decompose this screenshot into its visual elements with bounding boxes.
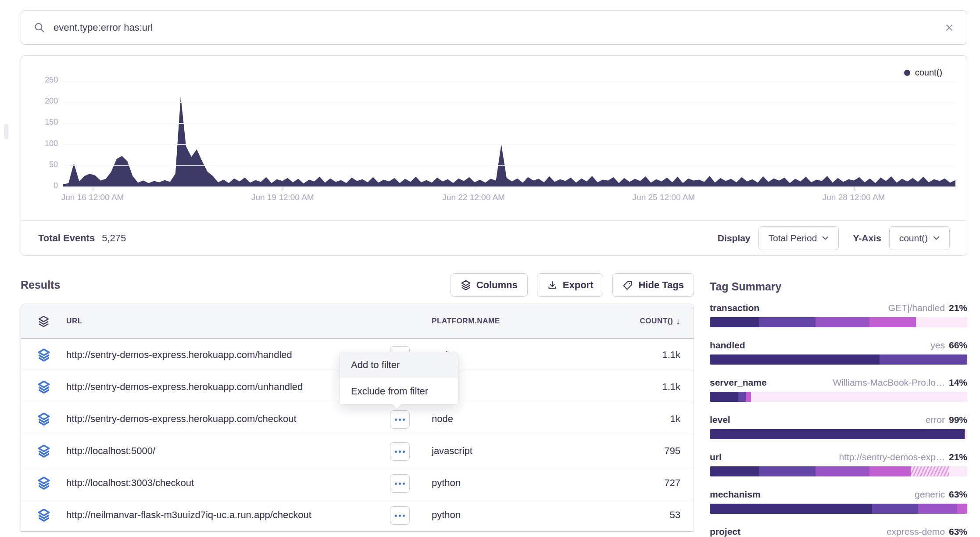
row-count: 795	[619, 445, 694, 457]
tag-bar-segment[interactable]	[918, 504, 957, 514]
tag-bar-segment[interactable]	[710, 466, 759, 476]
tag-top-value: error99%	[926, 415, 967, 425]
header-url[interactable]: URL	[66, 317, 432, 326]
tag-bar-segment[interactable]	[815, 466, 869, 476]
tag-bar-segment[interactable]	[751, 392, 967, 402]
tag-bar-segment[interactable]	[746, 392, 751, 402]
hide-tags-button[interactable]: Hide Tags	[612, 273, 694, 297]
sidebar-resize-handle[interactable]	[4, 124, 8, 139]
table-row[interactable]: http://neilmanvar-flask-m3uuizd7iq-uc.a.…	[21, 499, 694, 531]
x-axis-tick	[664, 187, 665, 191]
cell-context-menu: Add to filter Exclude from filter	[339, 352, 458, 405]
stack-icon	[37, 444, 50, 458]
tag-distribution-bar[interactable]	[710, 317, 967, 327]
y-axis-tick-label: 250	[21, 75, 58, 85]
tag-top-value: yes66%	[930, 340, 967, 351]
tag-summary-item: server_name Williams-MacBook-Pro.lo…14%	[710, 377, 967, 402]
tag-list: transaction GET|/handled21% handled yes6…	[710, 303, 967, 537]
tag-bar-segment[interactable]	[815, 317, 869, 327]
table-row[interactable]: http://localhost:5000/ javascript 795	[21, 435, 694, 467]
search-input[interactable]	[54, 22, 944, 33]
row-actions-button[interactable]	[390, 506, 410, 525]
x-axis-tick	[283, 187, 283, 191]
search-bar	[21, 10, 967, 45]
tag-top-value: GET|/handled21%	[888, 303, 967, 313]
columns-button[interactable]: Columns	[451, 273, 528, 297]
table-row[interactable]: http://localhost:3003/checkout python 72…	[21, 467, 694, 499]
events-area-series	[63, 56, 955, 207]
tag-top-value: express-demo63%	[887, 526, 967, 537]
sort-desc-icon: ↓	[676, 316, 680, 326]
tag-bar-segment[interactable]	[710, 504, 872, 514]
gridline	[63, 144, 955, 145]
export-button[interactable]: Export	[537, 273, 604, 297]
tag-bar-segment[interactable]	[710, 429, 965, 439]
menu-item-exclude-from-filter[interactable]: Exclude from filter	[340, 378, 458, 404]
stack-icon	[38, 315, 50, 327]
row-actions-button[interactable]	[390, 474, 410, 493]
gridline	[63, 123, 955, 124]
row-url[interactable]: http://localhost:3003/checkout	[66, 477, 432, 489]
tag-distribution-bar[interactable]	[710, 354, 967, 365]
row-actions-button[interactable]	[390, 442, 410, 461]
events-chart-panel: count() 250200150100500 Jun 16 12:00 AMJ…	[21, 55, 967, 256]
row-platform: node	[432, 349, 619, 361]
row-url[interactable]: http://neilmanvar-flask-m3uuizd7iq-uc.a.…	[66, 509, 432, 521]
tag-bar-segment[interactable]	[872, 504, 919, 514]
header-platform[interactable]: PLATFORM.NAME	[432, 317, 619, 326]
tag-bar-segment[interactable]	[710, 354, 880, 365]
tag-bar-segment[interactable]	[869, 317, 916, 327]
header-count[interactable]: COUNT() ↓	[619, 316, 694, 326]
tag-bar-segment[interactable]	[957, 504, 967, 514]
menu-item-add-to-filter[interactable]: Add to filter	[340, 352, 458, 378]
tag-bar-segment[interactable]	[965, 429, 967, 439]
tag-distribution-bar[interactable]	[710, 429, 967, 439]
stack-icon	[37, 476, 50, 490]
tag-bar-segment[interactable]	[949, 466, 967, 476]
discover-page: count() 250200150100500 Jun 16 12:00 AMJ…	[0, 0, 980, 537]
tag-summary-item: url http://sentry-demos-exp…21%	[710, 452, 967, 476]
tag-name: mechanism	[710, 489, 761, 500]
row-platform: javascript	[432, 445, 619, 457]
row-url[interactable]: http://localhost:5000/	[66, 445, 432, 457]
y-axis-tick-label: 50	[21, 160, 58, 169]
display-label: Display	[718, 233, 751, 243]
yaxis-label: Y-Axis	[853, 233, 881, 243]
tag-bar-segment[interactable]	[869, 466, 911, 476]
tag-bar-segment[interactable]	[880, 354, 967, 365]
tag-summary-item: level error99%	[710, 415, 967, 439]
row-actions-button[interactable]	[390, 410, 410, 429]
row-url[interactable]: http://sentry-demos-express.herokuapp.co…	[66, 413, 432, 425]
tag-name: url	[710, 452, 722, 462]
tag-bar-segment[interactable]	[710, 317, 759, 327]
tag-distribution-bar[interactable]	[710, 392, 967, 402]
tag-bar-segment[interactable]	[911, 466, 949, 476]
results-table: URL PLATFORM.NAME COUNT() ↓ http://sentr…	[21, 304, 694, 532]
x-axis-tick-label: Jun 22 12:00 AM	[442, 193, 505, 202]
tag-bar-segment[interactable]	[759, 466, 815, 476]
chart-footer: Total Events 5,275 Display Total Period …	[21, 220, 967, 255]
x-axis-tick-label: Jun 25 12:00 AM	[633, 193, 695, 202]
clear-search-icon[interactable]	[944, 22, 955, 33]
tag-name: server_name	[710, 377, 767, 388]
stack-icon	[37, 380, 50, 394]
tag-bar-segment[interactable]	[710, 392, 738, 402]
tag-bar-segment[interactable]	[759, 317, 815, 327]
total-events-value: 5,275	[102, 233, 126, 244]
tag-distribution-bar[interactable]	[710, 466, 967, 476]
chevron-down-icon	[822, 236, 829, 240]
yaxis-dropdown[interactable]: count()	[889, 226, 950, 250]
results-title: Results	[21, 279, 60, 291]
x-axis-tick-label: Jun 16 12:00 AM	[61, 193, 124, 202]
tag-summary-item: transaction GET|/handled21%	[710, 303, 967, 327]
chevron-down-icon	[933, 236, 940, 240]
tag-bar-segment[interactable]	[916, 317, 967, 327]
tag-top-value: Williams-MacBook-Pro.lo…14%	[833, 377, 967, 388]
table-row[interactable]: http://sentry-demos-express.herokuapp.co…	[21, 403, 694, 435]
table-header: URL PLATFORM.NAME COUNT() ↓	[21, 304, 694, 339]
search-icon	[33, 21, 46, 34]
tag-bar-segment[interactable]	[738, 392, 746, 402]
display-dropdown[interactable]: Total Period	[758, 226, 839, 250]
chart-plot[interactable]: Jun 16 12:00 AMJun 19 12:00 AMJun 22 12:…	[63, 56, 955, 207]
tag-distribution-bar[interactable]	[710, 504, 967, 514]
